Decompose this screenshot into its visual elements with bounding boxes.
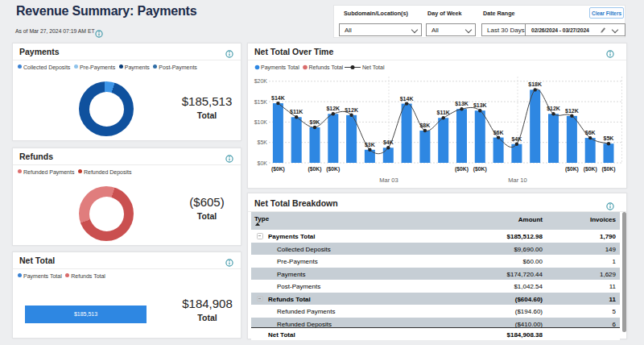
svg-text:($0K): ($0K) [271,166,285,172]
svg-text:$12K: $12K [565,108,579,114]
svg-text:$4K: $4K [511,136,522,143]
svg-text:$8K: $8K [419,123,430,129]
svg-text:$6K: $6K [493,130,504,136]
svg-text:($0K): ($0K) [473,166,487,172]
svg-text:($0K): ($0K) [308,166,322,172]
svg-text:($0K): ($0K) [584,166,597,172]
svg-text:$6K: $6K [585,130,596,136]
svg-text:$13K: $13K [455,101,469,107]
svg-text:$9K: $9K [310,119,320,126]
svg-text:$14K: $14K [271,95,285,102]
svg-text:$12K: $12K [345,107,358,114]
svg-text:Refunds Total: Refunds Total [309,64,344,70]
svg-text:($0K): ($0K) [565,166,579,172]
svg-text:$10K: $10K [254,119,268,125]
svg-text:$3K: $3K [365,142,375,148]
svg-text:($0K): ($0K) [326,166,340,172]
svg-text:$11K: $11K [290,109,303,115]
svg-text:Mar 03: Mar 03 [379,177,398,184]
svg-text:$15K: $15K [254,99,268,105]
svg-text:$13K: $13K [473,102,487,109]
svg-text:($0K): ($0K) [455,166,469,172]
svg-text:$18K: $18K [528,81,542,88]
svg-text:$5K: $5K [258,139,268,145]
svg-text:$12K: $12K [326,106,340,112]
svg-text:Net Total: Net Total [362,64,385,70]
svg-text:Mar 10: Mar 10 [508,177,526,184]
svg-text:$20K: $20K [254,78,268,84]
svg-text:$4K: $4K [383,139,394,146]
svg-text:$0K: $0K [258,160,268,166]
svg-text:Payments Total: Payments Total [261,64,299,71]
svg-text:$14K: $14K [400,96,414,102]
svg-text:($0K): ($0K) [602,166,616,172]
svg-text:$12K: $12K [547,106,560,112]
svg-text:$5K: $5K [604,135,614,142]
svg-text:$11K: $11K [437,110,450,116]
